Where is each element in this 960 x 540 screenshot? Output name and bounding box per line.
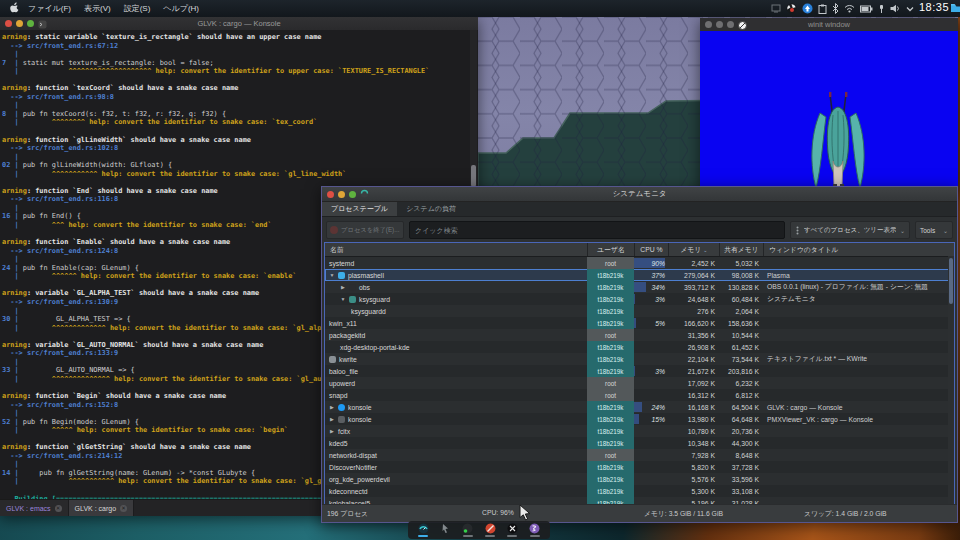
kdeconnect-icon[interactable] (802, 3, 813, 14)
vulkan-app-icon[interactable] (506, 523, 519, 537)
table-scrollbar[interactable] (948, 256, 954, 504)
plug-icon[interactable] (878, 4, 885, 14)
table-row[interactable]: kwin_x11t18b219k5%166,620 K158,636 K (325, 317, 954, 329)
cell-window-title (763, 473, 954, 485)
column-header-shared-memory[interactable]: 共有メモリ (719, 243, 763, 256)
cpu-usage: CPU: 96% (482, 509, 514, 516)
cell-process-name: baloo_file (325, 365, 587, 377)
column-header-cpu[interactable]: CPU % (634, 243, 668, 256)
system-monitor-icon[interactable] (417, 523, 430, 537)
table-row[interactable]: org_kde_powerdevilt18b219k5,576 K33,596 … (325, 473, 954, 485)
end-process-button[interactable]: プロセスを終了(E)... (326, 221, 404, 239)
mouse-cursor (519, 504, 531, 525)
wifi-icon[interactable] (844, 4, 855, 13)
table-row[interactable]: kwritet18b219k22,104 K73,544 Kテキストファイル.t… (325, 353, 954, 365)
table-row[interactable]: ksysguarddt18b219k276 K2,064 K (325, 305, 954, 317)
tab-close-icon[interactable]: ✕ (120, 505, 127, 512)
sysmon-toolbar: プロセスを終了(E)... すべてのプロセス、ツリー表示 ⌄ Tools ⌄ (322, 217, 957, 243)
table-row[interactable]: snapdroot16,312 K6,812 K (325, 389, 954, 401)
table-row[interactable]: packagekitdroot31,356 K10,544 K (325, 329, 954, 341)
screen-icon[interactable] (771, 4, 781, 13)
tree-expand-icon[interactable]: ▶ (329, 428, 335, 434)
obs-record-icon[interactable] (786, 3, 797, 14)
cell-window-title: PMXViewer_VK : cargo — Konsole (763, 413, 954, 425)
table-row[interactable]: baloo_filet18b219k3%21,672 K203,816 K (325, 365, 954, 377)
cell-user: t18b219k (587, 317, 634, 329)
cell-user: t18b219k (587, 401, 634, 413)
winit-titlebar[interactable]: winit window (700, 18, 958, 31)
tree-expand-icon[interactable]: ▶ (329, 416, 335, 422)
cell-process-name: kdeconnectd (325, 485, 587, 497)
chevron-down-icon[interactable] (906, 6, 914, 12)
konsole-titlebar[interactable]: GLVK : cargo — Konsole (0, 17, 478, 30)
menu-item[interactable]: 表示(V) (84, 3, 111, 14)
sysmon-titlebar[interactable]: システムモニタ (322, 187, 957, 202)
volume-icon[interactable] (890, 4, 901, 13)
cpu-usage-bar (634, 294, 635, 304)
tree-expand-icon[interactable]: ▶ (340, 284, 346, 290)
table-row[interactable]: upowerdroot17,092 K6,232 K (325, 377, 954, 389)
window-title: システムモニタ (322, 189, 957, 199)
cpu-usage-bar (634, 366, 635, 376)
cell-window-title: テキストファイル.txt * — KWrite (763, 353, 954, 365)
cell-process-name: ▶fcitx (325, 425, 587, 437)
table-row[interactable]: ▶obst18b219k34%393,712 K130,828 KOBS 0.0… (325, 281, 954, 293)
battery-icon[interactable] (860, 5, 873, 13)
menu-item[interactable]: 設定(S) (124, 3, 151, 14)
table-row[interactable]: kded5t18b219k10,348 K44,300 K (325, 437, 954, 449)
cell-cpu: 3% (634, 293, 668, 305)
cell-window-title: システムモニタ (763, 293, 954, 305)
konsole-tab[interactable]: GLVK : emacs✕ (0, 500, 69, 516)
tree-collapse-icon[interactable]: ▼ (340, 296, 346, 302)
emacs-icon[interactable] (528, 523, 541, 537)
column-header-window-title[interactable]: ウィンドウのタイトル (763, 243, 954, 256)
bluetooth-icon[interactable] (832, 3, 839, 14)
process-name: networkd-dispat (329, 452, 377, 459)
process-filter-dropdown[interactable]: すべてのプロセス、ツリー表示 ⌄ (790, 221, 910, 239)
column-header-memory[interactable]: メモリ ⌄ (668, 243, 719, 256)
konsole-tab[interactable]: GLVK : cargo✕ (69, 500, 135, 516)
tab-close-icon[interactable]: ✕ (55, 505, 62, 512)
sysmon-tab[interactable]: システムの負荷 (397, 202, 465, 216)
scrollbar-thumb[interactable] (471, 165, 476, 187)
window-title: winit window (700, 20, 958, 29)
table-row[interactable]: ▼plasmashellt18b219k37%279,064 K98,008 K… (325, 269, 954, 281)
sysmon-tab[interactable]: プロセステーブル (322, 202, 397, 216)
cell-process-name: org_kde_powerdevil (325, 473, 587, 485)
tab-label: GLVK : emacs (6, 505, 51, 512)
clipboard-icon[interactable] (818, 4, 827, 14)
pointer-app-icon[interactable] (439, 523, 452, 537)
cell-user: t18b219k (587, 341, 634, 353)
cell-cpu (634, 437, 668, 449)
column-header-name[interactable]: 名前 (325, 243, 587, 256)
table-row[interactable]: networkd-dispatroot7,928 K8,648 K (325, 449, 954, 461)
terminal-line: | ^^^^^^^^^^^ help: convert the identifi… (2, 170, 469, 179)
menu-item[interactable]: ヘルプ(H) (163, 3, 199, 14)
table-row[interactable]: ▼ksysguardt18b219k3%24,648 K60,484 Kシステム… (325, 293, 954, 305)
tree-collapse-icon[interactable]: ▼ (329, 272, 335, 278)
tools-dropdown[interactable]: Tools ⌄ (915, 221, 953, 239)
table-row[interactable]: DiscoverNotifiert18b219k5,820 K37,728 K (325, 461, 954, 473)
apple-logo-icon[interactable] (10, 2, 19, 15)
terminal-line: --> src/front_end.rs:98:8 (2, 93, 469, 102)
scrollbar-thumb[interactable] (949, 258, 953, 304)
record-app-icon[interactable] (484, 523, 497, 537)
table-row[interactable]: ▶konsolet18b219k24%16,168 K64,504 KGLVK … (325, 401, 954, 413)
folder-icon[interactable] (951, 3, 960, 15)
tree-expand-icon[interactable]: ▶ (329, 404, 335, 410)
table-row[interactable]: xdg-desktop-portal-kdet18b219k26,908 K61… (325, 341, 954, 353)
terminal-line: --> src/front_end.rs:102:8 (2, 144, 469, 153)
table-row[interactable]: ▶fcitxt18b219k10,780 K20,736 K (325, 425, 954, 437)
menu-item[interactable]: ファイル(F) (28, 3, 71, 14)
table-row[interactable]: kdeconnectdt18b219k5,300 K33,108 K (325, 485, 954, 497)
terminal-line (2, 76, 469, 85)
column-header-user[interactable]: ユーザ名 (587, 243, 634, 256)
cell-cpu (634, 425, 668, 437)
terminal-line: | (2, 153, 469, 162)
cell-window-title (763, 365, 954, 377)
konsole-dock-icon[interactable] (461, 523, 474, 537)
winit-viewport[interactable] (700, 31, 958, 191)
quick-search-input[interactable] (409, 221, 785, 239)
table-row[interactable]: systemdroot90%2,452 K5,032 K (325, 257, 954, 269)
table-row[interactable]: ▶konsolet18b219k15%13,980 K64,648 KPMXVi… (325, 413, 954, 425)
